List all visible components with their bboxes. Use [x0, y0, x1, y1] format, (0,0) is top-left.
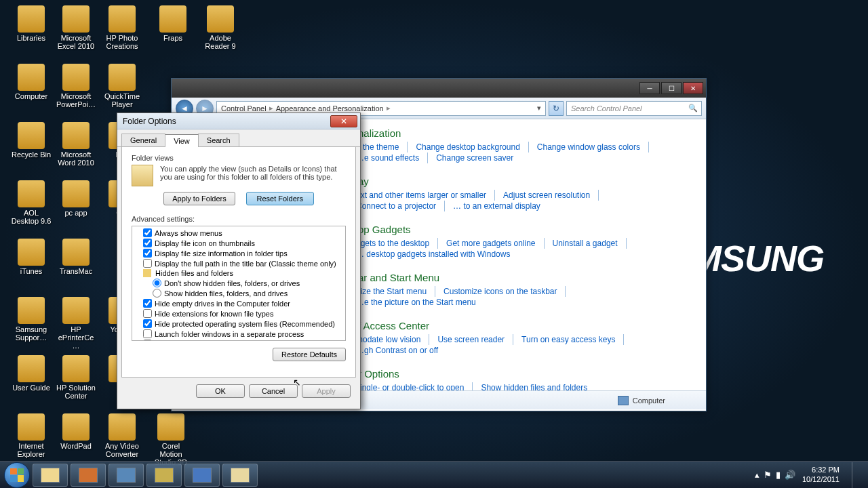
setting-row[interactable]: Display file icon on thumbnails	[134, 238, 344, 248]
task-link[interactable]: …single- or double-click to open	[348, 382, 473, 390]
task-link[interactable]: Change desktop background	[408, 142, 528, 152]
setting-row[interactable]: Display file size information in folder …	[134, 248, 344, 258]
desktop-icon[interactable]: Corel Motion Studio 3D	[151, 413, 191, 466]
tab-search[interactable]: Search	[198, 134, 239, 146]
restore-defaults-button[interactable]: Restore Defaults	[273, 348, 346, 361]
setting-row[interactable]: Display the full path in the title bar (…	[134, 258, 344, 268]
task-link[interactable]: …gh Contrast on or off	[348, 345, 446, 356]
tab-view[interactable]: View	[165, 134, 199, 147]
category-heading[interactable]: …ay	[348, 176, 692, 187]
desktop-icon[interactable]: HP Solution Center	[56, 355, 96, 400]
taskbar-app-button[interactable]	[146, 464, 182, 487]
tab-general[interactable]: General	[121, 134, 165, 146]
desktop-icon[interactable]: WordPad	[56, 413, 96, 450]
desktop-icon[interactable]: QuickTime Player	[102, 64, 142, 108]
task-link[interactable]: Adjust screen resolution	[495, 190, 599, 201]
taskbar-pin-player[interactable]	[71, 464, 106, 487]
setting-row[interactable]: Hide protected operating system files (R…	[134, 319, 344, 329]
checkbox-input[interactable]	[143, 329, 152, 338]
desktop-icon[interactable]: TransMac	[56, 239, 96, 275]
task-link[interactable]: …dgets to the desktop	[348, 238, 438, 249]
task-link[interactable]: …ext and other items larger or smaller	[348, 190, 495, 201]
advanced-settings-tree[interactable]: Always show menusDisplay file icon on th…	[132, 226, 346, 341]
desktop-icon[interactable]: Microsoft Excel 2010	[56, 5, 96, 50]
breadcrumb-item[interactable]: Control Panel	[221, 104, 267, 113]
desktop-icon[interactable]: Computer	[11, 64, 52, 100]
apply-to-folders-button[interactable]: Apply to Folders	[163, 192, 235, 205]
desktop-icon[interactable]: iTunes	[11, 239, 52, 275]
desktop-icon[interactable]: Fraps	[153, 5, 193, 42]
checkbox-input[interactable]	[143, 239, 152, 247]
checkbox-input[interactable]	[143, 299, 152, 308]
close-button[interactable]: ✕	[330, 115, 357, 127]
taskbar-app-button[interactable]	[108, 464, 144, 487]
tray-network-icon[interactable]: ▮	[776, 470, 781, 480]
dialog-titlebar[interactable]: Folder Options ✕	[117, 113, 360, 129]
setting-row[interactable]: Hide empty drives in the Computer folder	[134, 298, 344, 308]
setting-row[interactable]: Hide extensions for known file types	[134, 308, 344, 319]
task-link[interactable]: Connect to a projector	[348, 201, 445, 211]
desktop-icon[interactable]: Microsoft Word 2010	[56, 122, 96, 167]
category-heading[interactable]: …nalization	[348, 127, 692, 139]
setting-row[interactable]: Launch folder windows in a separate proc…	[134, 329, 344, 339]
tray-action-center-icon[interactable]: ⚑	[764, 470, 772, 480]
category-heading[interactable]: …ar and Start Menu	[348, 272, 692, 283]
checkbox-input[interactable]	[143, 249, 152, 258]
task-link[interactable]: …nize the Start menu	[348, 286, 435, 297]
clock[interactable]: 6:32 PM 10/12/2011	[802, 466, 840, 483]
maximize-button[interactable]: ☐	[661, 82, 682, 94]
desktop-icon[interactable]: pc app	[56, 180, 96, 217]
checkbox-input[interactable]	[143, 340, 152, 341]
task-link[interactable]: Show hidden files and folders	[473, 382, 595, 390]
taskbar-pin-explorer[interactable]	[33, 464, 68, 487]
taskbar-app-button[interactable]	[184, 464, 220, 487]
close-button[interactable]: ✕	[683, 82, 703, 94]
task-link[interactable]: Change screen saver	[428, 152, 521, 163]
desktop-icon[interactable]: Internet Explorer	[11, 413, 52, 458]
checkbox-input[interactable]	[143, 259, 152, 268]
task-link[interactable]: Change window glass colors	[529, 142, 649, 152]
desktop-icon[interactable]: Libraries	[11, 5, 52, 42]
setting-row[interactable]: Restore previous folder windows at logon	[134, 339, 344, 341]
category-heading[interactable]: …f Access Center	[348, 320, 692, 331]
category-heading[interactable]: …op Gadgets	[348, 224, 692, 235]
checkbox-input[interactable]	[143, 309, 152, 318]
task-link[interactable]: … to an external display	[445, 201, 549, 211]
setting-row[interactable]: Don't show hidden files, folders, or dri…	[134, 278, 344, 288]
desktop-icon[interactable]: HP ePrinterCe…	[56, 297, 96, 350]
radio-input[interactable]	[153, 279, 161, 287]
breadcrumb-item[interactable]: Appearance and Personalization	[276, 104, 384, 113]
cancel-button[interactable]: Cancel	[249, 384, 298, 398]
show-desktop-button[interactable]	[852, 462, 860, 488]
taskbar-app-button[interactable]	[222, 464, 258, 487]
desktop-icon[interactable]: Recycle Bin	[11, 122, 52, 159]
window-titlebar[interactable]: ─ ☐ ✕	[172, 79, 706, 98]
minimize-button[interactable]: ─	[639, 82, 660, 94]
category-heading[interactable]: …r Options	[348, 368, 692, 380]
tray-volume-icon[interactable]: 🔊	[785, 470, 795, 480]
tray-chevron-icon[interactable]: ▴	[755, 470, 760, 480]
radio-input[interactable]	[153, 289, 161, 298]
desktop-icon[interactable]: Any Video Converter	[102, 413, 142, 458]
desktop-icon[interactable]: AOL Desktop 9.6	[11, 180, 52, 225]
refresh-button[interactable]: ↻	[549, 101, 564, 116]
task-link[interactable]: Customize icons on the taskbar	[435, 286, 566, 297]
task-link[interactable]: Get more gadgets online	[438, 238, 544, 249]
desktop-icon[interactable]: Adobe Reader 9	[200, 5, 241, 50]
desktop-icon[interactable]: Microsoft PowerPoi…	[56, 64, 96, 108]
reset-folders-button[interactable]: Reset Folders	[246, 192, 314, 205]
setting-row[interactable]: Show hidden files, folders, and drives	[134, 288, 344, 298]
search-input[interactable]: Search Control Panel 🔍	[566, 101, 702, 116]
task-link[interactable]: Use screen reader	[429, 334, 513, 345]
task-link[interactable]: Turn on easy access keys	[513, 334, 624, 345]
task-link[interactable]: …e the picture on the Start menu	[348, 297, 484, 308]
start-button[interactable]	[4, 462, 30, 488]
task-link[interactable]: Uninstall a gadget	[545, 238, 627, 249]
checkbox-input[interactable]	[143, 319, 152, 328]
desktop-icon[interactable]: Samsung Suppor…	[11, 297, 52, 342]
ok-button[interactable]: OK	[196, 384, 245, 398]
desktop-icon[interactable]: User Guide	[11, 355, 52, 392]
desktop-icon[interactable]: HP Photo Creations	[102, 5, 142, 50]
task-link[interactable]: … desktop gadgets installed with Windows	[348, 249, 518, 260]
checkbox-input[interactable]	[143, 228, 152, 237]
